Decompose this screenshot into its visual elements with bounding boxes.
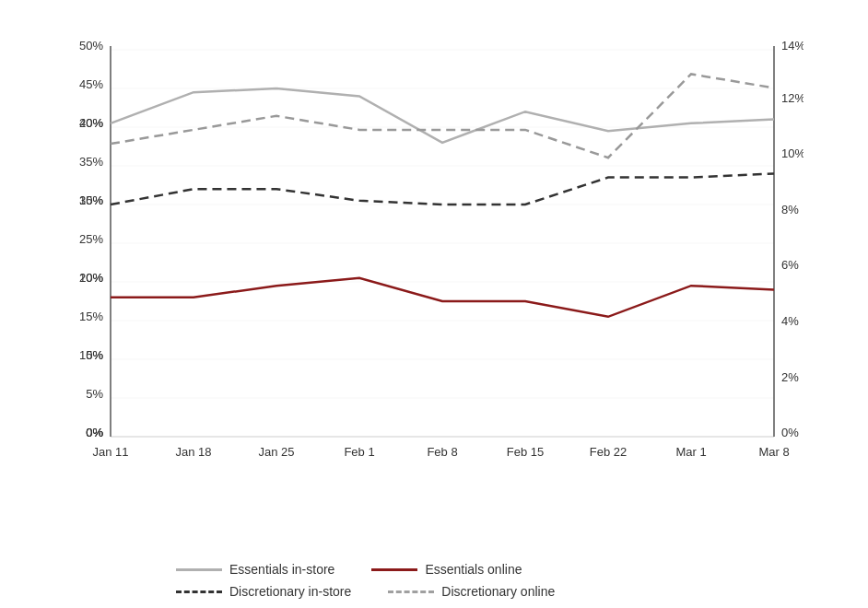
x-label-jan25: Jan 25 [258,445,294,459]
legend-label-essentials-instore: Essentials in-store [229,562,334,577]
legend-line-essentials-instore [176,568,222,571]
svg-text:4%: 4% [781,314,799,328]
svg-text:40%: 40% [79,116,103,130]
svg-text:45%: 45% [79,77,103,91]
svg-text:0%: 0% [86,426,103,439]
svg-text:15%: 15% [79,310,103,323]
x-label-mar1: Mar 1 [675,445,706,459]
svg-text:30%: 30% [79,193,103,207]
legend-line-essentials-online [371,568,417,571]
svg-text:6%: 6% [781,258,799,272]
legend-discretionary-online: Discretionary online [388,584,555,599]
svg-text:14%: 14% [781,39,803,53]
svg-text:20%: 20% [79,271,103,285]
chart-container: 0% 5% 10% 15% 20% 0% 0% 5% 10% 15% 20% 2… [0,0,868,608]
legend-label-essentials-online: Essentials online [425,562,522,577]
essentials-instore-line [111,88,774,143]
svg-text:25%: 25% [79,232,103,246]
svg-text:5%: 5% [86,387,103,401]
svg-text:35%: 35% [79,155,103,169]
legend-label-discretionary-instore: Discretionary in-store [229,584,351,599]
x-label-feb15: Feb 15 [507,445,544,459]
svg-rect-0 [65,37,728,424]
svg-text:2%: 2% [781,370,799,384]
x-label-feb22: Feb 22 [590,445,627,459]
discretionary-instore-line [111,173,774,205]
svg-text:10%: 10% [781,146,803,160]
svg-text:12%: 12% [781,91,803,105]
legend-row-2: Discretionary in-store Discretionary onl… [176,584,555,599]
legend-line-discretionary-instore [176,590,222,593]
legend-essentials-online: Essentials online [371,562,522,577]
legend-discretionary-instore: Discretionary in-store [176,584,351,599]
essentials-online-line [111,278,774,317]
x-label-mar8: Mar 8 [758,445,789,459]
x-label-jan11: Jan 11 [92,445,128,459]
legend-label-discretionary-online: Discretionary online [441,584,555,599]
svg-text:50%: 50% [79,39,103,53]
legend-essentials-instore: Essentials in-store [176,562,334,577]
chart-legend: Essentials in-store Essentials online Di… [176,562,692,599]
x-label-jan18: Jan 18 [175,445,211,459]
chart-area: 0% 5% 10% 15% 20% 0% 0% 5% 10% 15% 20% 2… [65,18,803,479]
svg-text:10%: 10% [79,348,103,362]
x-label-feb8: Feb 8 [427,445,457,459]
svg-text:8%: 8% [781,203,799,216]
legend-row-1: Essentials in-store Essentials online [176,562,522,577]
discretionary-online-line [111,74,774,158]
chart-svg: 0% 5% 10% 15% 20% 0% 0% 5% 10% 15% 20% 2… [65,18,803,479]
legend-line-discretionary-online [388,590,434,593]
svg-text:0%: 0% [781,426,799,439]
x-label-feb1: Feb 1 [344,445,374,459]
